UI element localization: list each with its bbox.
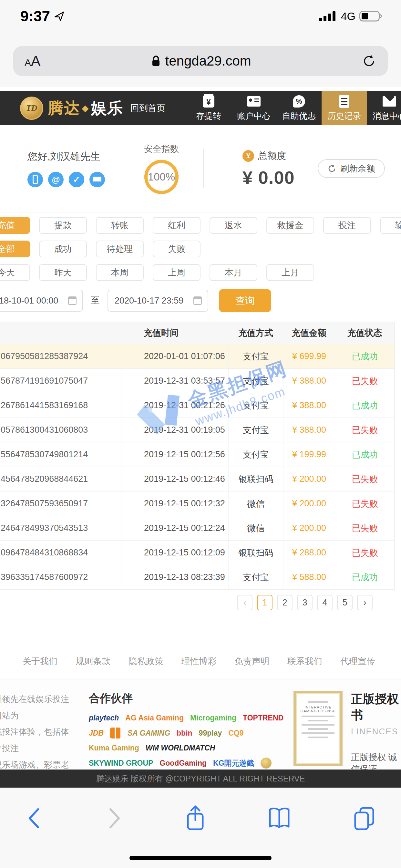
- deposit-amount: ¥ 388.00: [283, 418, 335, 442]
- filter-date-this-month[interactable]: 本月: [210, 264, 257, 281]
- reload-button[interactable]: [362, 54, 376, 68]
- page-button-3[interactable]: 3: [297, 595, 312, 610]
- status-bar: 9:37 4G: [0, 0, 401, 29]
- deposit-amount: ¥ 288.00: [283, 540, 335, 565]
- brand-name[interactable]: 腾达 ◆ 娱乐: [48, 98, 123, 119]
- footer-link-contact[interactable]: 联系我们: [287, 655, 322, 667]
- share-button[interactable]: [185, 805, 206, 832]
- footer-link-disclaimer[interactable]: 免责声明: [235, 655, 269, 667]
- tabs-button[interactable]: [352, 806, 375, 831]
- footer-link-agent[interactable]: 代理宣传: [340, 655, 375, 667]
- filter-type-transfer[interactable]: 转账: [96, 217, 144, 234]
- filter-date-last-month[interactable]: 上月: [266, 264, 314, 281]
- prev-page-button[interactable]: ‹: [237, 595, 252, 610]
- shield-verified-icon[interactable]: ✓: [69, 172, 84, 187]
- discount-icon: %: [293, 95, 305, 108]
- license-certificate-image: INTERACTIVE GAMING LICENSE: [294, 691, 343, 766]
- date-to-value: 2020-10-17 23:59: [115, 296, 183, 306]
- nav-history[interactable]: 历史记录: [321, 91, 367, 125]
- back-to-home-link[interactable]: 回到首页: [130, 102, 165, 114]
- filter-date-last-week[interactable]: 上周: [153, 264, 201, 281]
- table-row: 2556478530749801214 2019-12-15 00:12:56 …: [0, 442, 394, 467]
- deposit-status: 已失败: [335, 540, 395, 565]
- date-from-input[interactable]: 2018-10-01 00:00: [0, 290, 83, 312]
- partner-logo-toptrend: TOPTREND: [243, 714, 283, 722]
- filter-type-deposit[interactable]: 充值: [0, 217, 30, 234]
- footer-links: 关于我们 规则条款 隐私政策 理性博彩 免责声明 联系我们 代理宣传: [0, 655, 401, 667]
- filter-status-failed[interactable]: 失败: [153, 241, 201, 257]
- bankcard-verified-icon[interactable]: [89, 172, 105, 187]
- deposit-method: 支付宝: [228, 369, 283, 393]
- filter-status-success[interactable]: 成功: [39, 241, 87, 257]
- about-line: 洲领先在线娱乐投注网站为: [0, 691, 76, 724]
- footer-link-privacy[interactable]: 隐私政策: [128, 655, 163, 667]
- date-from-value: 2018-10-01 00:00: [0, 296, 58, 306]
- deposit-status: 已失败: [335, 492, 395, 516]
- table-row: 2456478520968844621 2019-12-15 00:12:46 …: [0, 467, 394, 492]
- certificate-text: INTERACTIVE GAMING LICENSE: [300, 705, 336, 713]
- home-indicator[interactable]: [129, 856, 272, 860]
- filter-type-bonus[interactable]: 红利: [153, 217, 201, 234]
- email-verified-icon[interactable]: @: [48, 172, 64, 187]
- next-page-button[interactable]: ›: [357, 595, 373, 610]
- filter-type-bet[interactable]: 投注: [323, 217, 371, 234]
- partner-logo-bbin: bbin: [177, 729, 192, 738]
- pagination: ‹ 1 2 3 4 5 ›: [0, 595, 401, 610]
- filter-date-this-week[interactable]: 本周: [96, 264, 144, 281]
- filter-type-rescue[interactable]: 救援金: [266, 217, 314, 234]
- partner-logo-kuma: Kuma Gaming: [89, 744, 139, 752]
- back-button[interactable]: [26, 807, 43, 829]
- address-bar[interactable]: AA tengda29.com: [13, 46, 388, 76]
- page-button-4[interactable]: 4: [317, 595, 333, 610]
- footer-link-about[interactable]: 关于我们: [23, 655, 58, 667]
- text-size-button[interactable]: AA: [25, 53, 40, 69]
- search-button[interactable]: 查询: [219, 289, 271, 312]
- phone-verified-icon[interactable]: [27, 172, 43, 187]
- nav-deposit-transfer[interactable]: ¥ 存提转: [186, 91, 231, 125]
- deposit-status: 已成功: [335, 442, 395, 467]
- user-panel: 您好,刘汉雄先生 @ ✓ 安全指数 100% ¥ 总额度: [0, 125, 401, 213]
- nav-promotions[interactable]: % 自助优惠: [276, 91, 321, 125]
- footer-link-rules[interactable]: 规则条款: [75, 655, 111, 667]
- nav-label: 存提转: [196, 111, 221, 122]
- footer-link-responsible[interactable]: 理性博彩: [181, 655, 216, 667]
- date-to-input[interactable]: 2020-10-17 23:59: [107, 290, 208, 312]
- partner-logo-cq9: CQ9: [228, 729, 243, 738]
- filter-status-pending[interactable]: 待处理: [96, 241, 144, 257]
- refresh-balance-button[interactable]: 刷新余额: [318, 159, 385, 178]
- date-to-label: 至: [91, 294, 100, 307]
- filter-type-rebate[interactable]: 返水: [210, 217, 257, 234]
- envelope-icon: [382, 95, 396, 108]
- filter-status-all[interactable]: 全部: [0, 241, 30, 257]
- filter-type-winloss[interactable]: 输赢: [380, 217, 401, 234]
- filter-type-withdraw[interactable]: 提款: [39, 217, 87, 234]
- battery-icon: [359, 10, 383, 22]
- license-subtitle: LINENCES: [351, 726, 401, 737]
- yuan-coin-icon: ¥: [243, 150, 254, 162]
- page-button-5[interactable]: 5: [337, 595, 352, 610]
- page-content: 您好,刘汉雄先生 @ ✓ 安全指数 100% ¥ 总额度: [0, 125, 401, 806]
- nav-messages[interactable]: 消息中心: [367, 91, 401, 125]
- deposit-amount: ¥ 388.00: [283, 393, 335, 417]
- page-button-1[interactable]: 1: [257, 595, 273, 610]
- nav-label: 自助优惠: [282, 111, 316, 122]
- brand-logo[interactable]: TD: [20, 97, 43, 120]
- refresh-balance-label: 刷新余额: [340, 163, 375, 175]
- bookmarks-button[interactable]: [268, 807, 290, 830]
- page-button-2[interactable]: 2: [277, 595, 292, 610]
- safari-address-area: AA tengda29.com: [0, 29, 401, 87]
- filters: 充值 提款 转账 红利 返水 救援金 投注 输赢 全部 成功 待处理 失败 今天…: [0, 213, 401, 312]
- deposit-amount: ¥ 588.00: [283, 565, 335, 589]
- table-row: 3567874191691075047 2019-12-31 03:53:57 …: [0, 369, 394, 393]
- partner-logo-99play: 99play: [199, 729, 222, 738]
- deposit-time: 2019-12-15 00:12:32: [121, 492, 228, 516]
- deposit-time: 2019-12-31 03:53:57: [121, 369, 228, 393]
- partner-logo-microgaming: Microgaming: [190, 714, 236, 722]
- nav-account-center[interactable]: 账户中心: [231, 91, 276, 125]
- partner-logo-asia-gaming: AG Asia Gaming: [125, 714, 184, 722]
- deposit-amount: ¥ 200.00: [283, 467, 335, 491]
- filter-date-yesterday[interactable]: 昨天: [39, 264, 87, 281]
- deposit-time: 2020-01-01 01:07:06: [121, 344, 228, 368]
- filter-date-today[interactable]: 今天: [0, 264, 30, 281]
- forward-button[interactable]: [105, 807, 123, 829]
